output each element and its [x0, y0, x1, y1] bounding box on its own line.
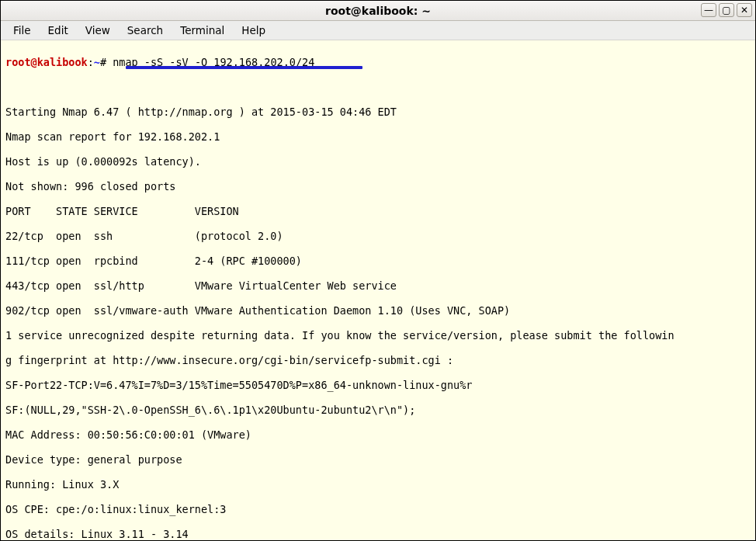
output-line: OS details: Linux 3.11 - 3.14: [5, 528, 751, 540]
output-line: 111/tcp open rpcbind 2-4 (RPC #100000): [5, 255, 751, 267]
prompt-user: root@kalibook: [5, 56, 88, 68]
output-line: g fingerprint at http://www.insecure.org…: [5, 354, 751, 366]
menubar: File Edit View Search Terminal Help: [1, 21, 755, 40]
menu-terminal[interactable]: Terminal: [172, 22, 232, 39]
maximize-button[interactable]: ▢: [719, 3, 734, 17]
prompt-line: root@kalibook:~# nmap -sS -sV -O 192.168…: [5, 56, 751, 68]
output-line: Nmap scan report for 192.168.202.1: [5, 130, 751, 143]
output-line: Starting Nmap 6.47 ( http://nmap.org ) a…: [5, 106, 751, 118]
output-line: 443/tcp open ssl/http VMware VirtualCent…: [5, 279, 751, 292]
prompt-path: ~: [94, 56, 100, 68]
close-button[interactable]: ✕: [737, 3, 752, 17]
output-line: Device type: general purpose: [5, 453, 751, 466]
close-icon: ✕: [740, 4, 748, 16]
output-line: SF:(NULL,29,"SSH-2\.0-OpenSSH_6\.6\.1p1\…: [5, 404, 751, 416]
menu-edit[interactable]: Edit: [40, 22, 76, 39]
output-line: PORT STATE SERVICE VERSION: [5, 205, 751, 217]
titlebar: root@kalibook: ~ — ▢ ✕: [1, 1, 755, 21]
output-line: [5, 81, 751, 93]
prompt-colon: :: [88, 56, 94, 68]
menu-search[interactable]: Search: [120, 22, 171, 39]
output-line: 902/tcp open ssl/vmware-auth VMware Auth…: [5, 304, 751, 317]
minimize-button[interactable]: —: [701, 3, 716, 17]
output-line: OS CPE: cpe:/o:linux:linux_kernel:3: [5, 503, 751, 515]
output-line: 1 service unrecognized despite returning…: [5, 329, 751, 342]
window-title: root@kalibook: ~: [1, 5, 755, 17]
output-line: Running: Linux 3.X: [5, 478, 751, 491]
output-line: 22/tcp open ssh (protocol 2.0): [5, 230, 751, 242]
output-line: MAC Address: 00:50:56:C0:00:01 (VMware): [5, 428, 751, 441]
command-underline: [126, 66, 362, 69]
prompt-hash: #: [100, 56, 113, 68]
output-line: Host is up (0.000092s latency).: [5, 155, 751, 168]
terminal-area[interactable]: root@kalibook:~# nmap -sS -sV -O 192.168…: [1, 40, 755, 540]
minimize-icon: —: [704, 4, 713, 16]
output-line: Not shown: 996 closed ports: [5, 180, 751, 192]
maximize-icon: ▢: [722, 4, 730, 16]
menu-view[interactable]: View: [78, 22, 118, 39]
window-buttons: — ▢ ✕: [701, 3, 752, 17]
menu-file[interactable]: File: [5, 22, 39, 39]
output-line: SF-Port22-TCP:V=6.47%I=7%D=3/15%Time=550…: [5, 379, 751, 391]
menu-help[interactable]: Help: [234, 22, 273, 39]
